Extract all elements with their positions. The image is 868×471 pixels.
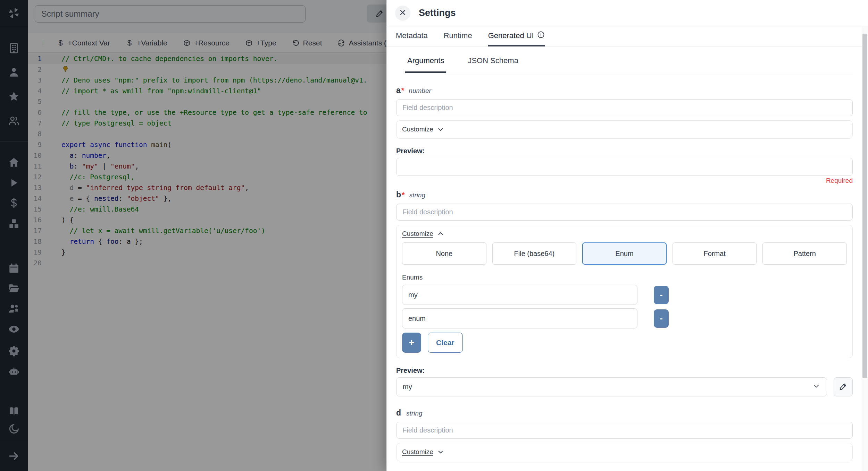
enums-label: Enums	[402, 274, 847, 281]
field-a-customize-toggle[interactable]: Customize	[402, 126, 444, 133]
field-b-customize-box: Customize None File (base64) Enum Format…	[396, 225, 853, 358]
field-a-customize-box: Customize	[396, 120, 853, 139]
variant-enum-button[interactable]: Enum	[582, 242, 667, 265]
field-a-type: number	[409, 87, 431, 95]
tab-metadata[interactable]: Metadata	[396, 26, 428, 46]
variant-pattern-button[interactable]: Pattern	[762, 242, 847, 265]
variant-file-button[interactable]: File (base64)	[492, 242, 577, 265]
field-b-section: b* string Customize None File (base64)	[396, 190, 853, 396]
chevron-down-icon	[437, 126, 444, 133]
field-b-preview-label: Preview:	[396, 367, 853, 375]
field-d-label: d string	[396, 408, 853, 418]
settings-panel: Settings Metadata Runtime Generated UI A…	[386, 0, 868, 471]
required-asterisk: *	[402, 190, 405, 199]
tab-generated-ui[interactable]: Generated UI	[488, 26, 545, 46]
chevron-up-icon	[437, 230, 444, 238]
field-b-customize-toggle[interactable]: Customize	[402, 230, 444, 238]
enum-value-input-2[interactable]	[402, 308, 637, 328]
subtab-arguments[interactable]: Arguments	[405, 56, 446, 73]
close-icon	[399, 8, 407, 18]
generated-ui-subtabs: Arguments JSON Schema	[405, 56, 853, 73]
remove-enum-button[interactable]: -	[654, 286, 669, 304]
field-a-section: a* number Customize Preview: Required	[396, 86, 853, 185]
field-d-customize-toggle[interactable]: Customize	[402, 448, 444, 456]
close-button[interactable]	[395, 6, 410, 21]
enum-row: -	[402, 285, 847, 305]
enum-actions: + Clear	[402, 333, 847, 353]
field-a-label: a* number	[396, 86, 853, 95]
settings-tabs: Metadata Runtime Generated UI	[387, 26, 868, 46]
edit-preview-button[interactable]	[834, 377, 853, 396]
variant-none-button[interactable]: None	[402, 242, 486, 265]
enum-row: -	[402, 308, 847, 328]
field-d-type: string	[406, 410, 422, 417]
string-variant-buttons: None File (base64) Enum Format Pattern	[402, 242, 847, 265]
settings-content: Arguments JSON Schema a* number Customiz…	[387, 46, 868, 471]
remove-enum-button[interactable]: -	[654, 309, 669, 328]
app-window: $+Context Var$+Variable+Resource+TypeRes…	[0, 0, 868, 471]
scrollbar-thumb[interactable]	[862, 34, 867, 378]
add-enum-button[interactable]: +	[402, 333, 421, 353]
subtab-json-schema[interactable]: JSON Schema	[466, 56, 520, 73]
panel-scrollbar[interactable]	[862, 26, 868, 471]
field-a-preview-input[interactable]	[396, 158, 853, 176]
clear-enums-button[interactable]: Clear	[428, 333, 463, 353]
variant-format-button[interactable]: Format	[673, 242, 757, 265]
field-a-preview-label: Preview:	[396, 147, 853, 155]
field-d-customize-box: Customize	[396, 443, 853, 461]
modal-dim-overlay[interactable]	[0, 0, 386, 471]
pencil-icon	[839, 382, 848, 392]
chevron-down-icon	[437, 448, 444, 456]
field-b-preview-row: my	[396, 377, 853, 396]
field-b-preview-select[interactable]: my	[396, 377, 827, 396]
field-b-label: b* string	[396, 190, 853, 199]
panel-title: Settings	[419, 8, 456, 18]
settings-header: Settings	[387, 0, 868, 26]
enum-value-input-1[interactable]	[402, 285, 637, 305]
field-a-required-message: Required	[396, 177, 853, 185]
chevron-down-icon	[812, 382, 820, 392]
field-d-section: d string Customize	[396, 408, 853, 461]
field-d-description-input[interactable]	[396, 422, 853, 439]
field-b-type: string	[409, 191, 425, 199]
required-asterisk: *	[401, 86, 404, 95]
field-a-description-input[interactable]	[396, 99, 853, 116]
field-b-description-input[interactable]	[396, 204, 853, 221]
tab-runtime[interactable]: Runtime	[444, 26, 472, 46]
info-icon	[537, 31, 545, 41]
